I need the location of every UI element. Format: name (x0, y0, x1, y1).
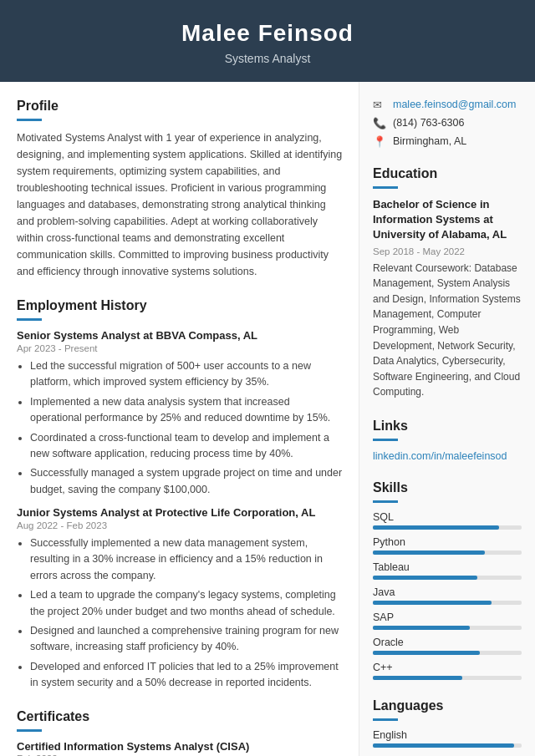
cert-name: Certified Information Systems Analyst (C… (17, 740, 344, 753)
education-courses: Relevant Coursework: Database Management… (373, 261, 522, 400)
candidate-name: Malee Feinsod (17, 20, 518, 47)
job-item: Senior Systems Analyst at BBVA Compass, … (17, 329, 344, 498)
list-item: Led a team to upgrade the company's lega… (30, 587, 344, 620)
contact-phone-item: 📞 (814) 763-6306 (373, 117, 522, 129)
skill-bar-bg (373, 525, 522, 530)
languages-title: Languages (373, 698, 522, 713)
candidate-title: Systems Analyst (17, 52, 518, 65)
skill-item: SQL (373, 511, 522, 530)
list-item: Implemented a new data analysis system t… (30, 394, 344, 427)
list-item: Developed and enforced IT policies that … (30, 659, 344, 692)
languages-list: EnglishHindi (373, 729, 522, 756)
cert-item: Certified Information Systems Analyst (C… (17, 740, 344, 756)
list-item: Designed and launched a comprehensive tr… (30, 623, 344, 656)
certs-list: Certified Information Systems Analyst (C… (17, 740, 344, 756)
resume-body: Profile Motivated Systems Analyst with 1… (0, 82, 535, 756)
skill-bar-bg (373, 651, 522, 655)
skill-item: C++ (373, 662, 522, 680)
education-date: Sep 2018 - May 2022 (373, 246, 522, 256)
list-item: Successfully managed a system upgrade pr… (30, 465, 344, 498)
certificates-title: Certificates (17, 709, 344, 724)
skill-bar-bg (373, 676, 522, 680)
skill-name: Tableau (373, 561, 522, 573)
skill-bar-fill (373, 676, 462, 680)
location-text: Birmingham, AL (393, 135, 466, 147)
links-section: Links linkedin.com/in/maleefeinsod (373, 419, 522, 462)
skill-bar-bg (373, 576, 522, 580)
resume-header: Malee Feinsod Systems Analyst (0, 0, 535, 82)
skill-bar-fill (373, 601, 492, 605)
job-title: Junior Systems Analyst at Protective Lif… (17, 506, 344, 519)
employment-section: Employment History Senior Systems Analys… (17, 298, 344, 691)
list-item: Coordinated a cross-functional team to d… (30, 430, 344, 463)
email-link[interactable]: malee.feinsod@gmail.com (393, 99, 516, 110)
right-column: ✉ malee.feinsod@gmail.com 📞 (814) 763-63… (359, 82, 535, 756)
profile-title: Profile (17, 99, 344, 114)
job-bullets: Led the successful migration of 500+ use… (17, 358, 344, 498)
skills-section: Skills SQLPythonTableauJavaSAPOracleC++ (373, 480, 522, 680)
links-list: linkedin.com/in/maleefeinsod (373, 449, 522, 462)
skill-name: SQL (373, 511, 522, 523)
skill-bar-fill (373, 525, 499, 530)
skill-bar-bg (373, 551, 522, 555)
job-bullets: Successfully implemented a new data mana… (17, 535, 344, 691)
job-date: Aug 2022 - Feb 2023 (17, 520, 344, 530)
skill-item: Python (373, 536, 522, 555)
links-title: Links (373, 419, 522, 434)
profile-text: Motivated Systems Analyst with 1 year of… (17, 129, 344, 280)
contact-location-item: 📍 Birmingham, AL (373, 135, 522, 148)
skill-bar-fill (373, 651, 480, 655)
skill-name: Java (373, 586, 522, 598)
profile-divider (17, 119, 42, 121)
skill-item: Tableau (373, 561, 522, 580)
language-name: English (373, 729, 522, 741)
language-bar-fill (373, 743, 514, 748)
education-degree: Bachelor of Science in Information Syste… (373, 197, 522, 243)
links-divider (373, 439, 398, 441)
skill-bar-fill (373, 626, 470, 630)
list-item: Successfully implemented a new data mana… (30, 535, 344, 584)
skill-bar-bg (373, 601, 522, 605)
education-divider (373, 186, 398, 189)
skill-bar-bg (373, 626, 522, 630)
list-item: Led the successful migration of 500+ use… (30, 358, 344, 391)
skill-item: Oracle (373, 637, 522, 655)
contact-section: ✉ malee.feinsod@gmail.com 📞 (814) 763-63… (373, 99, 522, 148)
skill-name: Python (373, 536, 522, 548)
profile-section: Profile Motivated Systems Analyst with 1… (17, 99, 344, 280)
employment-divider (17, 318, 42, 321)
skill-name: C++ (373, 662, 522, 673)
certificates-section: Certificates Certified Information Syste… (17, 709, 344, 756)
skill-item: SAP (373, 611, 522, 630)
location-icon: 📍 (373, 135, 388, 148)
certificates-divider (17, 729, 42, 732)
contact-email-item: ✉ malee.feinsod@gmail.com (373, 99, 522, 111)
email-icon: ✉ (373, 99, 388, 111)
employment-title: Employment History (17, 298, 344, 313)
skills-list: SQLPythonTableauJavaSAPOracleC++ (373, 511, 522, 680)
phone-icon: 📞 (373, 117, 388, 129)
job-date: Apr 2023 - Present (17, 343, 344, 353)
skills-divider (373, 500, 398, 503)
language-bar-bg (373, 743, 522, 748)
language-item: English (373, 729, 522, 748)
phone-text: (814) 763-6306 (393, 117, 464, 129)
skills-title: Skills (373, 480, 522, 495)
skill-item: Java (373, 586, 522, 605)
left-column: Profile Motivated Systems Analyst with 1… (0, 82, 359, 756)
skill-name: SAP (373, 611, 522, 623)
education-title: Education (373, 166, 522, 181)
job-item: Junior Systems Analyst at Protective Lif… (17, 506, 344, 691)
skill-bar-fill (373, 551, 485, 555)
languages-section: Languages EnglishHindi (373, 698, 522, 756)
job-title: Senior Systems Analyst at BBVA Compass, … (17, 329, 344, 342)
link-item[interactable]: linkedin.com/in/maleefeinsod (373, 450, 507, 462)
skill-name: Oracle (373, 637, 522, 648)
jobs-list: Senior Systems Analyst at BBVA Compass, … (17, 329, 344, 691)
education-section: Education Bachelor of Science in Informa… (373, 166, 522, 400)
skill-bar-fill (373, 576, 477, 580)
languages-divider (373, 718, 398, 721)
